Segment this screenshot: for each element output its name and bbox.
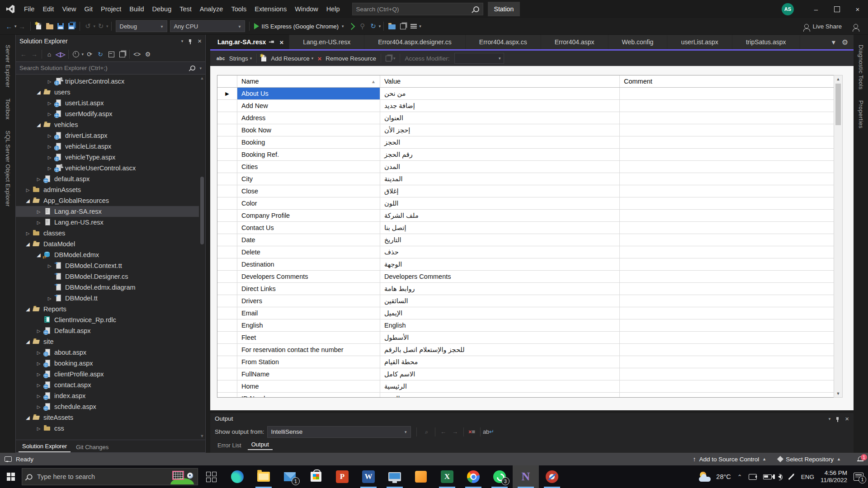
cell-name[interactable]: Drivers bbox=[237, 295, 380, 307]
minimize-button[interactable]: – bbox=[806, 0, 826, 18]
select-repository-button[interactable]: Select Repository ▲ bbox=[778, 456, 841, 463]
expand-icon[interactable]: ▷ bbox=[35, 372, 42, 377]
tree-item-clientinvoice-rp-rdlc[interactable]: ClientInvoice_Rp.rdlc bbox=[16, 314, 199, 325]
document-tab-tripsatus-aspx[interactable]: tripSatus.aspx bbox=[732, 35, 800, 49]
cell-name[interactable]: About Us bbox=[237, 88, 380, 99]
document-tab-error404-aspx[interactable]: Error404.aspx bbox=[541, 35, 609, 49]
row-selector[interactable] bbox=[217, 161, 237, 173]
tab-pin-icon[interactable] bbox=[270, 40, 274, 44]
taskbar-powerpoint-icon[interactable]: P bbox=[329, 465, 355, 488]
cell-name[interactable]: Color bbox=[237, 197, 380, 209]
collapse-icon[interactable]: ◢ bbox=[24, 415, 32, 421]
avatar[interactable]: AS bbox=[782, 3, 794, 15]
taskbar-whatsapp-icon[interactable]: 3 bbox=[486, 465, 513, 488]
grid-row[interactable]: ID Numberالهوية bbox=[217, 393, 835, 398]
expand-icon[interactable]: ▷ bbox=[46, 133, 53, 138]
pen-icon[interactable] bbox=[788, 476, 795, 478]
redo-icon[interactable]: ↻ bbox=[96, 21, 106, 32]
new-project-icon[interactable]: ✱ bbox=[34, 21, 44, 32]
add-resource-button[interactable]: Add Resource bbox=[271, 55, 310, 62]
notifications-bell-icon[interactable]: 1 bbox=[857, 456, 863, 462]
grid-row[interactable]: Fleetالأسطول bbox=[217, 332, 835, 344]
menu-window[interactable]: Window bbox=[291, 0, 322, 18]
grid-scroll-up-icon[interactable]: ▲ bbox=[836, 75, 840, 83]
cell-comment[interactable] bbox=[620, 112, 835, 124]
row-selector[interactable] bbox=[217, 173, 237, 185]
panel-tab-output[interactable]: Output bbox=[248, 440, 273, 450]
navigate-back-icon[interactable]: ← bbox=[4, 21, 14, 32]
dock-tab-diagnostic-tools[interactable]: Diagnostic Tools bbox=[858, 45, 864, 89]
grid-row[interactable]: Closeإغلاق bbox=[217, 185, 835, 197]
cell-value[interactable]: حذف bbox=[380, 246, 620, 258]
taskbar-task-view-icon[interactable] bbox=[198, 465, 224, 488]
pin-icon[interactable] bbox=[189, 39, 192, 43]
action-center-icon[interactable]: 1 bbox=[854, 473, 863, 481]
row-selector[interactable] bbox=[217, 136, 237, 148]
cell-value[interactable]: الأسطول bbox=[380, 332, 620, 343]
column-header-value[interactable]: Value bbox=[380, 75, 620, 87]
tree-item-index-aspx[interactable]: ▷index.aspx bbox=[16, 390, 199, 401]
row-selector[interactable] bbox=[217, 380, 237, 392]
cell-comment[interactable] bbox=[620, 234, 835, 246]
panel-tab-git-changes[interactable]: Git Changes bbox=[72, 442, 112, 452]
grid-row[interactable]: FullNameالاسم كامل bbox=[217, 368, 835, 380]
cell-name[interactable]: Home bbox=[237, 380, 380, 392]
panel-tab-error-list[interactable]: Error List bbox=[214, 441, 245, 450]
taskbar-excel-icon[interactable]: X bbox=[434, 465, 460, 488]
document-tab-lang-ar-sa-resx[interactable]: Lang.ar-SA.resx× bbox=[210, 35, 289, 49]
resource-type-dropdown[interactable]: Strings bbox=[229, 55, 248, 62]
close-panel-icon[interactable]: × bbox=[198, 37, 202, 45]
output-source-dropdown[interactable]: IntelliSense▾ bbox=[267, 426, 411, 438]
goto-message-icon[interactable]: ⌕ bbox=[422, 427, 431, 436]
taskbar-edge-icon[interactable] bbox=[224, 465, 250, 488]
menu-tools[interactable]: Tools bbox=[227, 0, 250, 18]
cell-value[interactable]: إحجز الأن bbox=[380, 124, 620, 136]
row-selector[interactable] bbox=[217, 319, 237, 331]
start-debugging-button[interactable]: IIS Express (Google Chrome) ▾ bbox=[254, 23, 344, 30]
expand-icon[interactable]: ▷ bbox=[35, 209, 42, 214]
grid-row[interactable]: From Stationمحطة القيام bbox=[217, 356, 835, 368]
cell-name[interactable]: Book Now bbox=[237, 124, 380, 136]
input-language[interactable]: ENG bbox=[801, 474, 814, 480]
tree-item-vehiclelist-aspx[interactable]: ▷vehicleList.aspx bbox=[16, 141, 199, 152]
cell-value[interactable]: الهوية bbox=[380, 393, 620, 398]
clock[interactable]: 4:56 PM 11/8/2022 bbox=[821, 469, 847, 484]
row-selector[interactable] bbox=[217, 368, 237, 380]
output-close-icon[interactable]: × bbox=[845, 415, 849, 422]
cell-comment[interactable] bbox=[620, 100, 835, 112]
cell-comment[interactable] bbox=[620, 185, 835, 197]
row-selector[interactable] bbox=[217, 258, 237, 270]
cell-name[interactable]: Cities bbox=[237, 161, 380, 173]
access-modifier-dropdown[interactable]: ▾ bbox=[454, 53, 504, 64]
grid-row[interactable]: Contact Usإتصل بنا bbox=[217, 222, 835, 234]
row-selector[interactable] bbox=[217, 124, 237, 136]
cell-value[interactable]: للحجز والإستعلام اتصل بالرقم bbox=[380, 344, 620, 356]
solution-explorer-search-input[interactable]: Search Solution Explorer (Ctrl+;) ▾ bbox=[16, 62, 205, 75]
tree-item-classes[interactable]: ▷classes bbox=[16, 228, 199, 239]
cell-value[interactable]: الرئيسية bbox=[380, 380, 620, 392]
cell-name[interactable]: Company Profile bbox=[237, 210, 380, 221]
tree-item-css[interactable]: ▷css bbox=[16, 423, 199, 434]
resource-view-icon[interactable] bbox=[386, 56, 392, 61]
column-header-name[interactable]: Name▲ bbox=[237, 75, 380, 87]
scroll-up-icon[interactable]: ▲ bbox=[200, 75, 204, 82]
cell-name[interactable]: Contact Us bbox=[237, 222, 380, 234]
tree-item-default-aspx[interactable]: ▷default.aspx bbox=[16, 174, 199, 184]
taskbar-file-explorer-icon[interactable] bbox=[250, 465, 277, 488]
next-message-icon[interactable]: → bbox=[451, 427, 460, 436]
solution-configuration-dropdown[interactable]: Debug▾ bbox=[116, 20, 167, 32]
row-selector[interactable] bbox=[217, 222, 237, 234]
undo-icon[interactable]: ↺ bbox=[83, 21, 93, 32]
cell-name[interactable]: From Station bbox=[237, 356, 380, 368]
grid-row[interactable]: ▶About Usمن نحن bbox=[217, 88, 835, 100]
grid-row[interactable]: Bookingالحجز bbox=[217, 136, 835, 149]
cell-comment[interactable] bbox=[620, 258, 835, 270]
collapse-icon[interactable]: ◢ bbox=[24, 241, 32, 247]
row-selector[interactable] bbox=[217, 332, 237, 343]
row-selector[interactable] bbox=[217, 246, 237, 258]
remove-resource-button[interactable]: Remove Resource bbox=[326, 55, 376, 62]
solution-explorer-scrollbar[interactable]: ▲ ▼ bbox=[199, 75, 205, 440]
cell-comment[interactable] bbox=[620, 356, 835, 368]
row-selector[interactable] bbox=[217, 393, 237, 398]
cell-value[interactable]: الإيميل bbox=[380, 307, 620, 319]
